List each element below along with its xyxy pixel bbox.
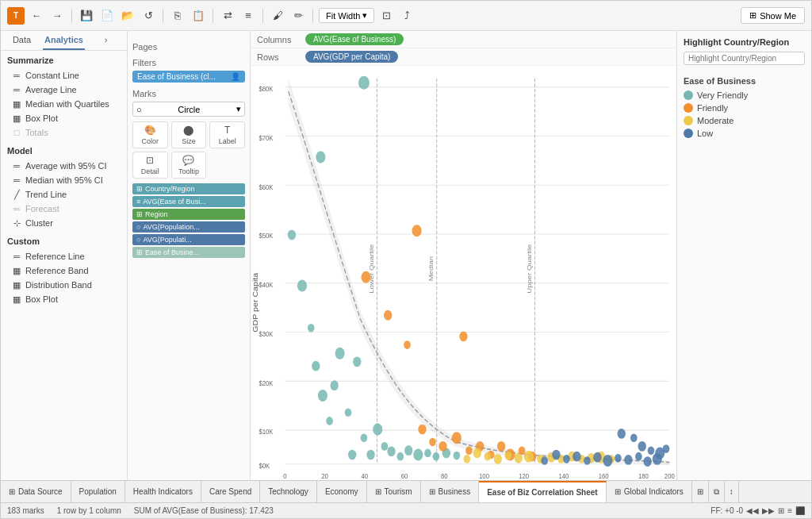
separator-1: [71, 9, 72, 23]
tab-technology[interactable]: Technology: [260, 481, 317, 502]
sidebar-item-distribution-band[interactable]: ▦ Distribution Band: [7, 278, 121, 292]
tab-population[interactable]: Population: [71, 481, 125, 502]
marks-field-avg-ease[interactable]: ≡ AVG(Ease of Busi...: [132, 196, 245, 207]
marks-field-ease-bus[interactable]: ⊞ Ease of Busine...: [132, 247, 245, 258]
collapse-sidebar[interactable]: ›: [85, 31, 127, 50]
show-me-button[interactable]: ⊞ Show Me: [741, 7, 805, 24]
sidebar-item-average-line[interactable]: ═ Average Line: [7, 83, 121, 97]
tab-tourism[interactable]: ⊞ Tourism: [367, 481, 421, 502]
svg-text:$30K: $30K: [259, 329, 273, 338]
svg-point-38: [297, 280, 307, 292]
marks-dropdown-icon: ▾: [236, 104, 241, 114]
sidebar-item-box-plot[interactable]: ▦ Box Plot: [7, 111, 121, 125]
sidebar-item-reference-band[interactable]: ▦ Reference Band: [7, 263, 121, 278]
sidebar-item-avg-95ci[interactable]: ═ Average with 95% CI: [7, 159, 121, 173]
country-field-icon: ⊞: [136, 185, 143, 193]
sidebar-item-reference-line[interactable]: ═ Reference Line: [7, 249, 121, 263]
svg-text:20: 20: [321, 471, 328, 480]
prev-btn[interactable]: ◀◀: [746, 506, 759, 515]
forecast-label: Forecast: [25, 204, 59, 213]
tab-health-indicators[interactable]: Health Indicators: [125, 481, 201, 502]
average-line-label: Average Line: [25, 85, 77, 94]
sidebar-item-constant-line[interactable]: ═ Constant Line: [7, 68, 121, 83]
business-label: Business: [439, 487, 471, 496]
marks-type-selector[interactable]: ○ Circle ▾: [132, 102, 245, 117]
grid-view-btn[interactable]: ⊞: [778, 506, 784, 515]
rows-pill[interactable]: AVG(GDP per Capita): [305, 51, 398, 63]
economy-label: Economy: [325, 487, 358, 496]
marks-field-avg-pop2[interactable]: ○ AVG(Populati...: [132, 234, 245, 245]
ff-label: FF: +0 -0: [710, 506, 743, 515]
fit-width-button[interactable]: Fit Width ▾: [319, 8, 374, 23]
marks-tooltip-btn[interactable]: 💬 Tooltip: [171, 152, 207, 179]
marks-detail-btn[interactable]: ⊡ Detail: [132, 152, 168, 179]
tab-duplicate-btn[interactable]: ⧉: [709, 481, 725, 502]
back-button[interactable]: ←: [28, 7, 45, 25]
svg-text:140: 140: [558, 471, 569, 480]
swap-button[interactable]: ⇄: [219, 7, 236, 25]
highlight-button[interactable]: 🖌: [269, 7, 286, 25]
tab-data[interactable]: Data: [1, 31, 43, 50]
totals-icon: □: [12, 128, 21, 137]
undo-button[interactable]: ↺: [140, 7, 157, 25]
paste-button[interactable]: 📋: [190, 7, 207, 25]
forward-button[interactable]: →: [48, 7, 66, 25]
model-title: Model: [7, 146, 121, 156]
tab-global-indicators[interactable]: ⊞ Global Indicators: [607, 481, 692, 502]
marks-field-country[interactable]: ⊞ Country/Region: [132, 183, 245, 194]
copy-button[interactable]: ⎘: [169, 7, 186, 25]
moderate-swatch: [684, 116, 693, 125]
open-button[interactable]: 📂: [119, 7, 136, 25]
tab-economy[interactable]: Economy: [317, 481, 367, 502]
tab-data-source[interactable]: ⊞ Data Source: [1, 481, 71, 502]
marks-field-region[interactable]: ⊞ Region: [132, 209, 245, 220]
tab-business[interactable]: ⊞ Business: [421, 481, 480, 502]
tab-analytics[interactable]: Analytics: [43, 31, 85, 50]
cluster-label: Cluster: [25, 218, 53, 228]
very-friendly-label: Very Friendly: [697, 90, 748, 100]
sidebar-item-box-plot-custom[interactable]: ▦ Box Plot: [7, 292, 121, 306]
distribution-band-label: Distribution Band: [25, 280, 92, 290]
tab-add-sheet-btn[interactable]: ⊞: [692, 481, 709, 502]
marks-label-btn[interactable]: T Label: [209, 121, 245, 148]
tab-sort-btn[interactable]: ↕: [725, 481, 739, 502]
columns-label: Columns: [257, 35, 301, 44]
columns-pill[interactable]: AVG(Ease of Business): [305, 33, 404, 45]
fullscreen-btn[interactable]: ⬛: [795, 506, 805, 515]
friendly-label: Friendly: [697, 103, 728, 113]
filter-tag-ease-of-business[interactable]: Ease of Business (cl... 👤: [132, 71, 245, 83]
tab-ease-biz-correlation[interactable]: Ease of Biz Correlation Sheet: [479, 481, 606, 502]
next-btn[interactable]: ▶▶: [762, 506, 775, 515]
sidebar-item-trend-line[interactable]: ╱ Trend Line: [7, 187, 121, 202]
trend-line-icon: ╱: [12, 190, 21, 199]
annotate-button[interactable]: ✏: [289, 7, 307, 25]
very-friendly-swatch: [684, 90, 693, 100]
svg-point-51: [387, 446, 395, 456]
reference-line-label: Reference Line: [25, 252, 85, 261]
filter-tag-label: Ease of Business (cl...: [137, 72, 216, 81]
marks-field-avg-pop1[interactable]: ○ AVG(Population...: [132, 221, 245, 233]
share-button[interactable]: ⤴: [398, 7, 416, 25]
custom-title: Custom: [7, 236, 121, 246]
trend-line-label: Trend Line: [25, 190, 67, 199]
legend-search-input[interactable]: [684, 52, 805, 65]
pages-label: Pages: [132, 42, 245, 52]
legend-item-friendly: Friendly: [684, 102, 805, 114]
new-button[interactable]: 📄: [98, 7, 116, 25]
sidebar-item-median-quartiles[interactable]: ▦ Median with Quartiles: [7, 97, 121, 111]
separator-5: [312, 9, 313, 23]
tooltip-label: Tooltip: [178, 167, 199, 175]
care-spend-label: Care Spend: [209, 487, 251, 496]
marks-size-btn[interactable]: ⬤ Size: [171, 121, 207, 148]
sidebar-item-median-95ci[interactable]: ═ Median with 95% CI: [7, 173, 121, 187]
sort-button[interactable]: ≡: [239, 7, 257, 25]
marks-color-btn[interactable]: 🎨 Color: [132, 121, 168, 148]
list-view-btn[interactable]: ≡: [787, 506, 792, 515]
sidebar-item-cluster[interactable]: ⊹ Cluster: [7, 216, 121, 230]
tab-care-spend[interactable]: Care Spend: [201, 481, 260, 502]
svg-point-108: [648, 446, 655, 455]
save-button[interactable]: 💾: [78, 7, 95, 25]
zoom-button[interactable]: ⊡: [377, 7, 395, 25]
reference-line-icon: ═: [12, 252, 21, 261]
avg-95ci-icon: ═: [12, 161, 21, 171]
